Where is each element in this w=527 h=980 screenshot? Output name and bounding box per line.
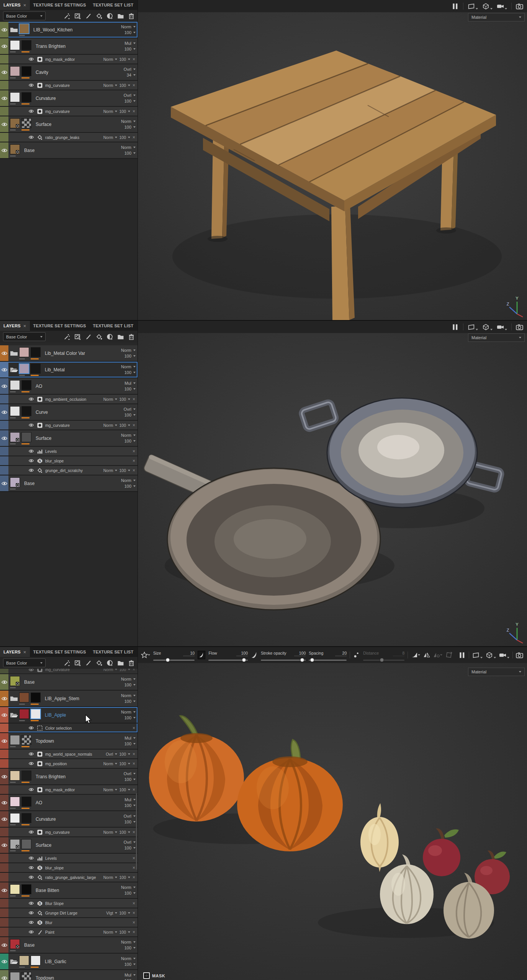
opacity-select[interactable]: 100: [119, 761, 126, 766]
layer-thumbnail[interactable]: [10, 813, 20, 823]
eye-icon[interactable]: [1, 410, 8, 415]
blend-mode-select[interactable]: Ovrl: [124, 814, 136, 818]
opacity-select[interactable]: 100: [124, 99, 136, 103]
opacity-select[interactable]: 100: [119, 109, 126, 114]
effect-row[interactable]: mg_world_space_normalsOvrl100×: [0, 750, 137, 759]
layer-thumbnail[interactable]: [21, 813, 31, 823]
eye-icon[interactable]: [28, 752, 34, 756]
layer-row[interactable]: Base BittenNorm100: [0, 882, 137, 899]
remove-effect-button[interactable]: ×: [132, 135, 136, 140]
eye-icon[interactable]: [1, 96, 8, 101]
smart-mask-icon[interactable]: [106, 13, 113, 20]
eye-icon[interactable]: [1, 943, 8, 947]
layer-thumbnail[interactable]: [10, 839, 20, 849]
viewport-3d-metal-pans[interactable]: Material Y Z: [138, 321, 527, 646]
navigation-gizmo[interactable]: Y Z: [506, 622, 524, 644]
layer-row[interactable]: AOMul100: [0, 378, 137, 395]
eye-icon[interactable]: [28, 423, 34, 427]
opacity-select[interactable]: 100: [124, 962, 136, 967]
eye-icon[interactable]: [28, 787, 34, 792]
stroke-opacity-control[interactable]: Stroke opacity100: [261, 650, 306, 661]
eye-icon[interactable]: [28, 57, 34, 61]
layer-thumbnail[interactable]: [21, 432, 31, 442]
opacity-select[interactable]: 100: [124, 484, 136, 488]
material-dropdown[interactable]: Material: [468, 333, 525, 342]
eye-icon[interactable]: [1, 800, 8, 805]
layer-thumbnail[interactable]: [10, 380, 20, 390]
effect-row[interactable]: mg_ambient_occlusionNorm100×: [0, 395, 137, 404]
eye-icon[interactable]: [1, 122, 8, 127]
channel-filter-dropdown[interactable]: Base Color: [3, 658, 46, 667]
channel-filter-dropdown[interactable]: Base Color: [3, 332, 46, 341]
eye-icon[interactable]: [1, 44, 8, 49]
layer-row[interactable]: BaseNorm100: [0, 142, 137, 159]
remove-effect-button[interactable]: ×: [132, 875, 136, 880]
spacing-slider-knob[interactable]: [310, 658, 314, 662]
layer-row[interactable]: CurvatureOvrl100: [0, 811, 137, 828]
display-settings-icon[interactable]: [468, 3, 478, 10]
blend-mode-select[interactable]: Norm: [103, 930, 113, 934]
layer-thumbnail[interactable]: [19, 956, 29, 965]
opacity-select[interactable]: 100: [124, 891, 136, 895]
opacity-select[interactable]: 100: [119, 752, 126, 756]
snapshot-icon[interactable]: [516, 652, 523, 658]
layer-thumbnail[interactable]: [21, 972, 31, 980]
layer-row[interactable]: LIB_Apple_StemNorm100: [0, 691, 137, 707]
layer-thumbnail[interactable]: [10, 40, 20, 50]
material-dropdown[interactable]: Material: [468, 668, 525, 676]
eye-icon[interactable]: [28, 109, 34, 113]
eye-icon[interactable]: [28, 875, 34, 879]
remove-effect-button[interactable]: ×: [132, 669, 136, 672]
effect-row[interactable]: mg_curvatureNorm100×: [0, 421, 137, 430]
layer-thumbnail[interactable]: [10, 797, 20, 807]
close-icon[interactable]: ×: [23, 650, 26, 655]
eye-icon[interactable]: [28, 83, 34, 87]
mask-icon[interactable]: [143, 972, 150, 979]
layer-row[interactable]: Trans BrightenMul100: [0, 38, 137, 55]
smart-material-wand-icon[interactable]: [64, 13, 70, 20]
opacity-select[interactable]: 100: [124, 820, 136, 824]
blend-mode-select[interactable]: Mul: [124, 736, 136, 740]
viewport-3d-wood-table[interactable]: Material Y Z: [138, 0, 527, 320]
paint-brush-icon[interactable]: [85, 660, 92, 666]
layer-row[interactable]: CurveOvrl100: [0, 404, 137, 421]
eye-icon[interactable]: [1, 739, 8, 743]
opacity-select[interactable]: 100: [124, 439, 136, 443]
pause-icon[interactable]: [452, 3, 459, 10]
eye-icon[interactable]: [1, 436, 8, 441]
remove-effect-button[interactable]: ×: [132, 830, 136, 835]
layer-thumbnail[interactable]: [21, 771, 31, 781]
opacity-select[interactable]: 100: [119, 423, 126, 428]
remove-effect-button[interactable]: ×: [132, 752, 136, 756]
opacity-select[interactable]: 100: [124, 413, 136, 417]
tab-texture-set-list[interactable]: TEXTURE SET LIST: [89, 647, 137, 657]
opacity-select[interactable]: 100: [124, 715, 136, 720]
channel-filter-dropdown[interactable]: Base Color: [3, 11, 46, 20]
layer-thumbnail[interactable]: [31, 709, 41, 719]
layer-row[interactable]: Lib_MetalNorm100: [0, 362, 137, 378]
blend-mode-select[interactable]: Norm: [121, 956, 136, 961]
opacity-select[interactable]: 100: [119, 930, 126, 934]
tab-texture-set-settings[interactable]: TEXTURE SET SETTINGS: [30, 321, 90, 331]
opacity-select[interactable]: 100: [119, 669, 126, 672]
smart-mask-icon[interactable]: [106, 333, 113, 340]
blend-mode-select[interactable]: Ovrl: [124, 407, 136, 412]
smart-mask-icon[interactable]: [106, 660, 113, 666]
blend-mode-select[interactable]: Mul: [124, 41, 136, 46]
layer-thumbnail[interactable]: [10, 735, 20, 745]
blend-mode-select[interactable]: Ovrl: [106, 752, 113, 756]
eye-icon[interactable]: [1, 680, 8, 684]
opacity-select[interactable]: 100: [119, 468, 126, 473]
close-icon[interactable]: ×: [23, 3, 26, 8]
layer-row[interactable]: AOMul100: [0, 795, 137, 811]
layer-row[interactable]: Trans BrightenOvrl100: [0, 769, 137, 785]
layer-thumbnail[interactable]: [21, 92, 31, 102]
smart-material-wand-icon[interactable]: [64, 333, 70, 340]
blend-mode-select[interactable]: Norm: [103, 761, 113, 766]
eye-icon[interactable]: [1, 843, 8, 848]
trash-icon[interactable]: [128, 13, 135, 20]
blend-mode-select[interactable]: Norm: [121, 24, 136, 29]
blend-mode-select[interactable]: Norm: [121, 364, 136, 369]
add-folder-icon[interactable]: [117, 333, 124, 340]
layer-thumbnail[interactable]: [10, 92, 20, 102]
